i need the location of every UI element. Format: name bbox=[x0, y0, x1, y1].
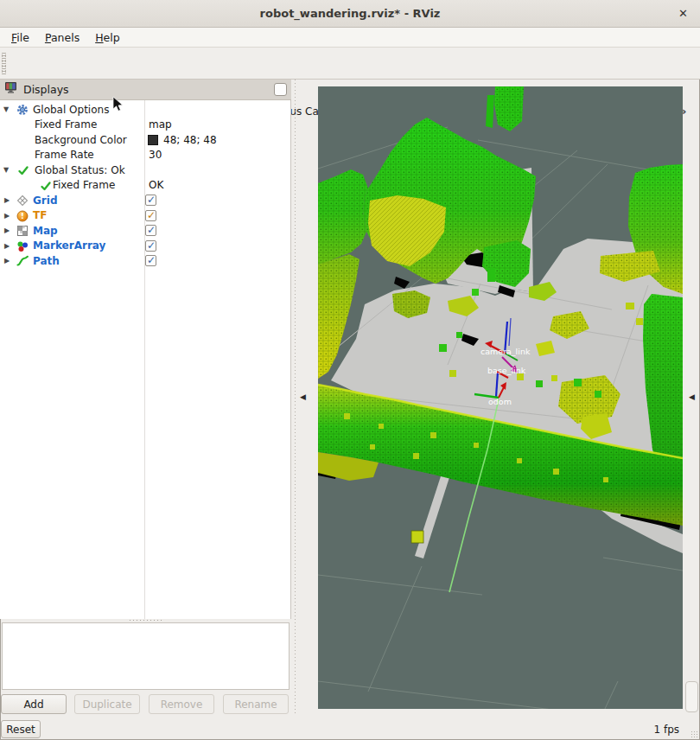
rviz-window: robot_wandering.rviz* - RViz ✕ File Pane… bbox=[0, 0, 700, 740]
expander-icon[interactable]: ▶ bbox=[4, 196, 10, 204]
tree-row-grid[interactable]: ▶ Grid ✓ bbox=[0, 193, 290, 208]
row-label: Frame Rate bbox=[35, 149, 94, 161]
row-label: Fixed Frame bbox=[35, 118, 97, 131]
displays-panel-title: Displays bbox=[23, 83, 69, 96]
toolbar-drag-handle[interactable] bbox=[2, 53, 6, 74]
duplicate-display-button: Duplicate bbox=[74, 694, 140, 714]
tf-label-camera-link: camera_link bbox=[480, 347, 531, 356]
tree-row-global-status[interactable]: ▼ Global Status: Ok bbox=[0, 163, 290, 178]
collapse-right-panel-icon[interactable]: ◀ bbox=[689, 392, 695, 401]
background-color-value[interactable]: 48; 48; 48 bbox=[163, 134, 217, 146]
tree-row-map[interactable]: ▶ Map ✓ bbox=[0, 223, 290, 239]
status-ok-check-icon bbox=[40, 180, 52, 192]
status-ok-check-icon bbox=[17, 164, 29, 176]
expander-icon[interactable]: ▶ bbox=[4, 212, 10, 220]
map-enabled-checkbox[interactable]: ✓ bbox=[145, 225, 156, 236]
close-icon[interactable]: ✕ bbox=[678, 7, 688, 20]
expander-icon[interactable]: ▶ bbox=[4, 226, 10, 234]
reset-button[interactable]: Reset bbox=[1, 720, 41, 738]
display-description-box bbox=[2, 622, 290, 690]
window-resize-grip[interactable] bbox=[690, 730, 698, 738]
mouse-cursor bbox=[112, 96, 124, 116]
tree-row-tf[interactable]: ▶ ! TF ✓ bbox=[0, 208, 290, 224]
panel-horizontal-splitter[interactable] bbox=[130, 619, 162, 622]
row-label: Global Status: Ok bbox=[35, 164, 125, 176]
add-display-button[interactable]: Add bbox=[1, 694, 67, 714]
tree-row-path[interactable]: ▶ Path ✓ bbox=[0, 253, 290, 269]
row-label: Global Options bbox=[33, 104, 109, 116]
tree-row-frame-rate[interactable]: Frame Rate 30 bbox=[0, 148, 290, 163]
markerarray-enabled-checkbox[interactable]: ✓ bbox=[145, 240, 156, 252]
map-icon bbox=[16, 225, 29, 237]
grid-icon bbox=[16, 195, 29, 207]
expander-icon[interactable]: ▶ bbox=[4, 257, 10, 265]
tf-enabled-checkbox[interactable]: ✓ bbox=[145, 210, 156, 221]
menu-file[interactable]: File bbox=[3, 29, 37, 46]
fps-counter: 1 fps bbox=[593, 724, 679, 736]
3d-viewport[interactable]: camera_link base_link odom bbox=[318, 86, 683, 709]
fixed-frame-status-value: OK bbox=[149, 179, 163, 191]
tf-label-odom: odom bbox=[488, 397, 512, 406]
collapse-left-panel-icon[interactable]: ◀ bbox=[300, 392, 306, 401]
menubar: File Panels Help bbox=[0, 28, 700, 48]
rename-display-button: Rename bbox=[223, 694, 289, 714]
monitor-icon bbox=[4, 81, 18, 98]
row-label: Grid bbox=[33, 195, 57, 207]
window-title: robot_wandering.rviz* - RViz bbox=[260, 7, 441, 20]
marker-spheres-icon bbox=[16, 240, 29, 252]
displays-panel-header[interactable]: Displays bbox=[0, 80, 291, 100]
path-enabled-checkbox[interactable]: ✓ bbox=[145, 255, 156, 266]
right-panel-stub[interactable] bbox=[685, 681, 698, 712]
row-label: TF bbox=[33, 209, 47, 221]
expander-icon[interactable]: ▼ bbox=[3, 105, 9, 113]
panel-float-button[interactable] bbox=[274, 83, 287, 96]
tree-row-fixed-frame[interactable]: Fixed Frame map bbox=[0, 118, 290, 133]
left-panel-splitter[interactable] bbox=[295, 80, 296, 716]
menu-panels[interactable]: Panels bbox=[37, 29, 87, 46]
row-label: Path bbox=[33, 255, 60, 267]
path-curve-icon bbox=[16, 255, 29, 267]
tree-row-fixed-frame-status[interactable]: Fixed Frame OK bbox=[0, 178, 290, 194]
toolbar: ☝ Interact Move Camera Select Focus Came… bbox=[0, 48, 700, 80]
svg-text:!: ! bbox=[21, 211, 24, 220]
expander-icon[interactable]: ▶ bbox=[4, 242, 10, 250]
row-label: Fixed Frame bbox=[53, 179, 115, 191]
color-swatch[interactable] bbox=[148, 135, 158, 145]
grid-enabled-checkbox[interactable]: ✓ bbox=[145, 195, 156, 206]
titlebar[interactable]: robot_wandering.rviz* - RViz ✕ bbox=[0, 0, 700, 28]
row-label: MarkerArray bbox=[33, 239, 105, 252]
tf-label-base-link: base_link bbox=[487, 366, 526, 375]
row-label: Map bbox=[33, 225, 58, 237]
tree-row-background-color[interactable]: Background Color 48; 48; 48 bbox=[0, 132, 290, 148]
displays-tree: ▼ Global Options Fixed Frame map Backgro… bbox=[0, 100, 291, 619]
menu-help[interactable]: Help bbox=[87, 29, 128, 46]
tree-column-separator bbox=[144, 100, 145, 619]
row-label: Background Color bbox=[35, 134, 127, 146]
expander-icon[interactable]: ▼ bbox=[3, 166, 9, 174]
tree-row-markerarray[interactable]: ▶ MarkerArray ✓ bbox=[0, 239, 290, 254]
frame-rate-value[interactable]: 30 bbox=[149, 149, 162, 161]
fixed-frame-value[interactable]: map bbox=[149, 118, 172, 131]
tree-row-global-options[interactable]: ▼ Global Options bbox=[0, 102, 290, 118]
tf-warning-icon: ! bbox=[16, 210, 29, 222]
remove-display-button: Remove bbox=[149, 694, 214, 714]
gear-icon bbox=[16, 104, 29, 116]
